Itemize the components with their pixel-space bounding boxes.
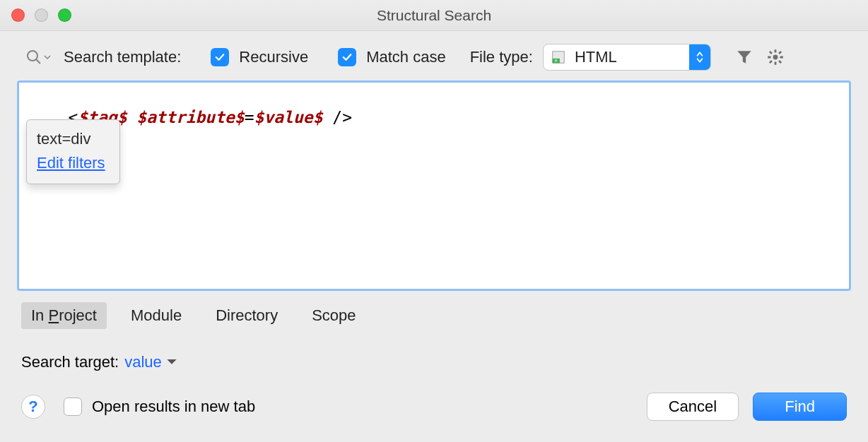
search-template-label: Search template: xyxy=(64,48,181,66)
filter-text-line: text=div xyxy=(37,127,105,151)
find-button[interactable]: Find xyxy=(753,393,847,421)
html-file-icon: H xyxy=(551,49,566,65)
match-case-label: Match case xyxy=(366,48,446,66)
recursive-label: Recursive xyxy=(239,48,308,66)
chevron-down-icon xyxy=(166,358,177,366)
file-type-arrow-icon xyxy=(689,44,710,70)
svg-line-12 xyxy=(770,61,772,63)
toolbar: Search template: Recursive Match case Fi… xyxy=(0,31,868,80)
window-controls xyxy=(0,8,71,22)
search-target-label: Search target: xyxy=(21,353,119,371)
open-new-tab-checkbox[interactable] xyxy=(64,398,82,416)
search-target-dropdown[interactable]: value xyxy=(124,353,177,371)
minimize-window-button[interactable] xyxy=(35,8,48,22)
edit-filters-link[interactable]: Edit filters xyxy=(37,151,105,175)
cancel-button[interactable]: Cancel xyxy=(647,393,739,421)
funnel-icon xyxy=(735,48,753,66)
recursive-checkbox[interactable] xyxy=(211,48,229,66)
checkmark-icon xyxy=(341,51,353,64)
filter-button[interactable] xyxy=(734,48,755,66)
svg-text:H: H xyxy=(554,59,557,63)
code-var-attribute: $attribute$ xyxy=(136,108,244,126)
window-title: Structural Search xyxy=(0,7,868,24)
svg-point-0 xyxy=(28,51,37,61)
settings-button[interactable] xyxy=(765,48,786,66)
file-type-dropdown[interactable]: H HTML xyxy=(543,44,711,71)
variable-filters-popup: text=div Edit filters xyxy=(26,119,120,184)
code-var-value: $value$ xyxy=(254,108,323,126)
match-case-checkbox[interactable] xyxy=(338,48,356,66)
search-template-icon[interactable] xyxy=(25,49,51,66)
template-code: <$tag$ $attribute$=$value$ /> xyxy=(19,83,849,152)
file-type-label: File type: xyxy=(470,48,533,66)
search-icon xyxy=(25,49,42,66)
checkmark-icon xyxy=(213,51,226,64)
chevron-down-icon xyxy=(44,54,51,61)
svg-point-5 xyxy=(773,55,778,60)
tab-module[interactable]: Module xyxy=(121,302,192,329)
tab-in-project[interactable]: In Project xyxy=(21,302,107,329)
svg-line-11 xyxy=(779,61,781,63)
svg-line-10 xyxy=(770,52,772,54)
svg-line-1 xyxy=(36,59,40,64)
code-punct-close: /> xyxy=(322,108,352,126)
gear-icon xyxy=(766,48,785,66)
search-target-value: value xyxy=(124,353,162,371)
close-window-button[interactable] xyxy=(11,8,25,22)
open-new-tab-label: Open results in new tab xyxy=(92,398,255,416)
tab-directory[interactable]: Directory xyxy=(206,302,288,329)
file-type-value: HTML xyxy=(575,48,617,66)
search-target-row: Search target: value xyxy=(0,329,868,371)
tab-scope[interactable]: Scope xyxy=(302,302,365,329)
footer-row: ? Open results in new tab Cancel Find xyxy=(0,371,868,421)
svg-line-13 xyxy=(779,52,781,54)
titlebar: Structural Search xyxy=(0,0,868,31)
zoom-window-button[interactable] xyxy=(58,8,71,22)
scope-tabs: In Project Module Directory Scope xyxy=(0,291,868,329)
help-button[interactable]: ? xyxy=(21,395,45,419)
template-editor[interactable]: <$tag$ $attribute$=$value$ /> text=div E… xyxy=(17,80,851,291)
